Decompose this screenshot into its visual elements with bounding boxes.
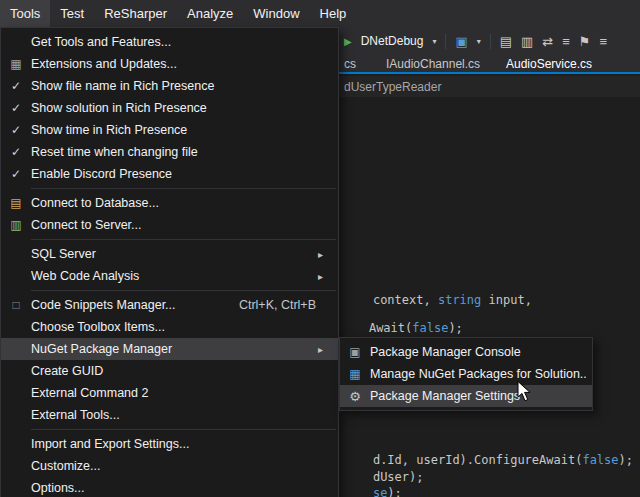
documents-icon[interactable]: ▤ [500, 34, 512, 49]
checkmark-icon: ✓ [1, 167, 31, 181]
menu-bar: Tools Test ReSharper Analyze Window Help [0, 0, 640, 27]
menu-item-get-tools-and-features[interactable]: Get Tools and Features... [1, 31, 338, 53]
gear-icon: ⚙ [340, 389, 370, 404]
document-tab-iaudiochannel[interactable]: IAudioChannel.cs [386, 55, 480, 72]
code-token: false [582, 453, 618, 467]
menu-item-code-snippets-manager[interactable]: □ Code Snippets Manager... Ctrl+K, Ctrl+… [1, 294, 338, 316]
menu-item-show-file-name[interactable]: ✓ Show file name in Rich Presence [1, 75, 338, 97]
menu-item-show-time[interactable]: ✓ Show time in Rich Presence [1, 119, 338, 141]
menu-item-package-manager-console[interactable]: ▣ Package Manager Console [340, 341, 592, 363]
extensions-icon: ▦ [1, 57, 31, 71]
menu-item-label: Manage NuGet Packages for Solution... [370, 367, 586, 381]
menu-item-nuget-package-manager[interactable]: NuGet Package Manager ▸ [1, 338, 338, 360]
code-token: false [412, 321, 448, 335]
menu-item-connect-to-server[interactable]: ▥ Connect to Server... [1, 214, 338, 236]
checkmark-icon: ✓ [1, 79, 31, 93]
menu-item-label: Customize... [31, 459, 332, 473]
menu-item-label: Choose Toolbox Items... [31, 320, 332, 334]
code-line: se); [344, 472, 402, 497]
snippets-icon: □ [1, 298, 31, 312]
list-icon[interactable]: ≡ [562, 34, 570, 49]
attach-debugger-icon[interactable]: ▣ [455, 34, 467, 49]
menu-item-web-code-analysis[interactable]: Web Code Analysis ▸ [1, 265, 338, 287]
navigation-symbol-dropdown[interactable]: dUserTypeReader [344, 80, 441, 94]
menu-item-label: Package Manager Console [370, 345, 586, 359]
bookmark-icon[interactable]: ⚑ [579, 34, 591, 49]
menu-item-label: External Command 2 [31, 386, 332, 400]
menu-item-label: Show file name in Rich Presence [31, 79, 332, 93]
code-token: context, [373, 293, 438, 307]
menu-item-external-tools[interactable]: External Tools... [1, 404, 338, 426]
console-icon: ▣ [340, 345, 370, 359]
menu-item-customize[interactable]: Customize... [1, 455, 338, 477]
menu-item-shortcut: Ctrl+K, Ctrl+B [239, 298, 316, 312]
menu-item-create-guid[interactable]: Create GUID [1, 360, 338, 382]
nuget-package-manager-submenu: ▣ Package Manager Console ▦ Manage NuGet… [339, 337, 593, 411]
menu-separator [31, 429, 336, 430]
overflow-icon[interactable]: ≡ [599, 34, 607, 49]
submenu-arrow-icon: ▸ [318, 249, 332, 260]
menu-item-import-and-export-settings[interactable]: Import and Export Settings... [1, 433, 338, 455]
attach-dropdown-icon[interactable]: ▾ [477, 37, 481, 46]
menu-item-choose-toolbox-items[interactable]: Choose Toolbox Items... [1, 316, 338, 338]
menu-item-label: Enable Discord Presence [31, 167, 332, 181]
swap-icon[interactable]: ⇄ [542, 34, 553, 49]
menu-item-label: Import and Export Settings... [31, 437, 332, 451]
menu-item-package-manager-settings[interactable]: ⚙ Package Manager Settings [340, 385, 592, 407]
menu-item-enable-discord-presence[interactable]: ✓ Enable Discord Presence [1, 163, 338, 185]
database-icon: ▤ [1, 196, 31, 210]
menu-separator [31, 239, 336, 240]
menu-item-connect-to-database[interactable]: ▤ Connect to Database... [1, 192, 338, 214]
menu-item-label: Extensions and Updates... [31, 57, 332, 71]
code-token: se [373, 486, 387, 497]
run-config-dropdown-icon[interactable]: ▾ [432, 37, 436, 46]
document-tab-audioservice[interactable]: AudioService.cs [506, 55, 592, 72]
packages-icon: ▦ [340, 367, 370, 381]
menubar-item-test[interactable]: Test [50, 0, 94, 27]
menu-item-manage-nuget-packages[interactable]: ▦ Manage NuGet Packages for Solution... [340, 363, 592, 385]
menu-item-reset-time[interactable]: ✓ Reset time when changing file [1, 141, 338, 163]
code-token: ); [619, 453, 633, 467]
menu-item-label: NuGet Package Manager [31, 342, 318, 356]
submenu-arrow-icon: ▸ [318, 344, 332, 355]
menu-separator [31, 290, 336, 291]
code-token: ); [387, 486, 401, 497]
menu-item-label: Show solution in Rich Presence [31, 101, 332, 115]
open-file-icon[interactable]: ▥ [521, 34, 533, 49]
menu-item-show-solution[interactable]: ✓ Show solution in Rich Presence [1, 97, 338, 119]
menubar-item-help[interactable]: Help [310, 0, 357, 27]
menu-item-label: Connect to Database... [31, 196, 332, 210]
checkmark-icon: ✓ [1, 145, 31, 159]
menu-item-label: SQL Server [31, 247, 318, 261]
menu-item-sql-server[interactable]: SQL Server ▸ [1, 243, 338, 265]
menu-item-label: Options... [31, 481, 332, 495]
menu-item-options[interactable]: Options... [1, 477, 338, 497]
menu-separator [31, 188, 336, 189]
code-token: ); [448, 321, 462, 335]
checkmark-icon: ✓ [1, 101, 31, 115]
toolbar-separator [445, 34, 446, 49]
menu-item-label: Package Manager Settings [370, 389, 586, 403]
code-token: string [438, 293, 481, 307]
menu-item-label: Reset time when changing file [31, 145, 332, 159]
toolbar-separator [490, 34, 491, 49]
menu-item-external-command-2[interactable]: External Command 2 [1, 382, 338, 404]
menu-item-label: Create GUID [31, 364, 332, 378]
menu-item-label: Web Code Analysis [31, 269, 318, 283]
menu-item-label: Show time in Rich Presence [31, 123, 332, 137]
menubar-item-resharper[interactable]: ReSharper [94, 0, 177, 27]
start-debug-icon[interactable]: ▶ [344, 36, 352, 47]
run-configuration-label[interactable]: DNetDebug [361, 34, 424, 48]
vs-window: Tools Test ReSharper Analyze Window Help… [0, 0, 640, 497]
document-tab-partial[interactable]: cs [344, 55, 356, 72]
menubar-item-analyze[interactable]: Analyze [177, 0, 243, 27]
menu-item-extensions-and-updates[interactable]: ▦ Extensions and Updates... [1, 53, 338, 75]
menubar-item-tools[interactable]: Tools [0, 0, 50, 27]
tools-menu: Get Tools and Features... ▦ Extensions a… [0, 27, 339, 497]
server-icon: ▥ [1, 218, 31, 232]
toolbar-visible-area: ▶ DNetDebug ▾ ▣ ▾ ▤ ▥ ⇄ ≡ ⚑ ≡ [344, 27, 640, 55]
submenu-arrow-icon: ▸ [318, 271, 332, 282]
menu-item-label: Get Tools and Features... [31, 35, 332, 49]
checkmark-icon: ✓ [1, 123, 31, 137]
menubar-item-window[interactable]: Window [243, 0, 309, 27]
